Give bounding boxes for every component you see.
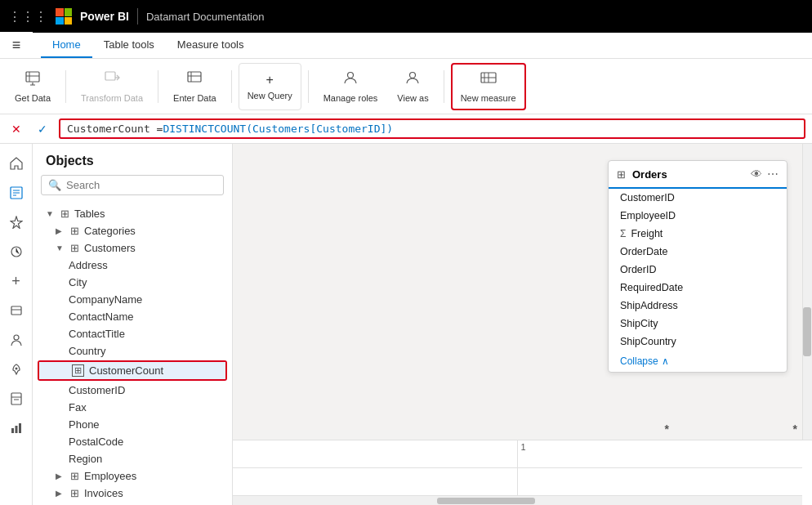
tree-field-postalcode[interactable]: PostalCode <box>33 433 232 450</box>
sidebar-people-icon[interactable] <box>3 327 29 353</box>
tree-customers[interactable]: ▼ ⊞ Customers <box>33 239 232 257</box>
orders-field-shipcountry[interactable]: ShipCountry <box>609 333 787 351</box>
sidebar-chart-icon[interactable] <box>3 415 29 441</box>
tree-tables-header[interactable]: ▼ ⊞ Tables <box>33 205 232 222</box>
get-data-button[interactable]: Get Data <box>7 63 59 110</box>
orders-field-customerid[interactable]: CustomerID <box>609 189 787 207</box>
formula-text-arg: (Customers[CustomerID]) <box>246 123 393 135</box>
new-measure-label: New measure <box>461 93 516 103</box>
view-as-button[interactable]: View as <box>389 63 436 110</box>
sidebar-layers-icon[interactable] <box>3 297 29 324</box>
tree-employees[interactable]: ▶ ⊞ Employees <box>33 467 232 485</box>
categories-expand-icon: ▶ <box>56 226 65 235</box>
app-name: Power BI <box>80 10 129 23</box>
transform-data-label: Transform Data <box>81 93 143 103</box>
orders-field-orderid[interactable]: OrderID <box>609 261 787 279</box>
requireddate-label: RequiredDate <box>620 282 683 293</box>
sidebar-home-icon[interactable] <box>3 150 29 177</box>
sidebar-clock-icon[interactable] <box>3 239 29 265</box>
formula-cancel-button[interactable]: ✕ <box>7 119 26 139</box>
field-address-label: Address <box>69 259 108 271</box>
shipaddress-label: ShipAddress <box>620 300 678 311</box>
customers-icon: ⊞ <box>70 242 79 254</box>
manage-roles-button[interactable]: Manage roles <box>315 63 386 110</box>
enter-data-icon <box>186 69 203 90</box>
orders-field-freight[interactable]: Σ Freight <box>609 225 787 243</box>
tree-field-address[interactable]: Address <box>33 257 232 274</box>
tree-invoices[interactable]: ▶ ⊞ Invoices <box>33 485 232 502</box>
employeeid-label: EmployeeID <box>620 210 676 221</box>
orders-field-shipcity[interactable]: ShipCity <box>609 315 787 333</box>
grid-cell-1 <box>233 440 518 468</box>
objects-panel: Objects 🔍 ▼ ⊞ Tables ▶ ⊞ Categories ▼ ⊞ <box>33 144 233 505</box>
invoices-icon: ⊞ <box>70 487 79 499</box>
tree-field-companyname[interactable]: CompanyName <box>33 291 232 308</box>
orders-field-shipaddress[interactable]: ShipAddress <box>609 297 787 315</box>
tree-field-customercount[interactable]: ⊞ CustomerCount <box>39 362 225 379</box>
orders-header: ⊞ Orders 👁 ⋯ <box>609 161 787 189</box>
star-marker-2: * <box>793 422 797 436</box>
tree-field-phone[interactable]: Phone <box>33 416 232 433</box>
hamburger-icon[interactable]: ≡ <box>12 37 21 54</box>
tree-field-region[interactable]: Region <box>33 450 232 467</box>
enter-data-button[interactable]: Enter Data <box>165 63 225 110</box>
sidebar-plus-icon[interactable]: + <box>3 268 29 294</box>
formula-confirm-button[interactable]: ✓ <box>33 119 52 139</box>
collapse-icon: ∧ <box>662 355 669 367</box>
tree-field-customerid[interactable]: CustomerID <box>33 382 232 399</box>
tree-field-country[interactable]: Country <box>33 342 232 360</box>
tree-field-contacttitle[interactable]: ContactTitle <box>33 325 232 342</box>
new-measure-icon <box>480 69 497 90</box>
orders-field-employeeid[interactable]: EmployeeID <box>609 207 787 225</box>
measure-icon: ⊞ <box>72 364 84 377</box>
tree-field-contactname[interactable]: ContactName <box>33 308 232 325</box>
orders-card: ⊞ Orders 👁 ⋯ CustomerID EmployeeID Σ Fre… <box>608 160 787 373</box>
field-contactname-label: ContactName <box>69 311 133 323</box>
scrollbar-track[interactable] <box>802 144 812 440</box>
tab-home[interactable]: Home <box>41 32 92 58</box>
tab-table-tools[interactable]: Table tools <box>92 32 166 58</box>
svg-rect-0 <box>26 72 39 82</box>
search-input[interactable] <box>66 179 216 191</box>
microsoft-logo <box>56 8 72 25</box>
manage-roles-label: Manage roles <box>323 93 378 103</box>
bottom-thumb[interactable] <box>437 498 535 504</box>
tree-field-fax[interactable]: Fax <box>33 399 232 416</box>
app-grid-icon[interactable]: ⋮⋮⋮ <box>8 9 47 25</box>
scrollbar-thumb[interactable] <box>803 307 811 356</box>
formula-input-box[interactable]: CustomerCount = DISTINCTCOUNT(Customers[… <box>59 118 805 139</box>
objects-tree: ▼ ⊞ Tables ▶ ⊞ Categories ▼ ⊞ Customers … <box>33 202 232 505</box>
svg-rect-5 <box>188 72 201 82</box>
sidebar-star-icon[interactable] <box>3 209 29 235</box>
formula-text-normal: CustomerCount = <box>67 123 163 135</box>
orders-collapse-button[interactable]: Collapse ∧ <box>609 351 787 372</box>
tree-field-city[interactable]: City <box>33 274 232 291</box>
new-query-button[interactable]: + New Query <box>239 63 301 110</box>
formula-text-func: DISTINCTCOUNT <box>163 123 246 135</box>
field-city-label: City <box>69 276 87 288</box>
new-measure-button[interactable]: New measure <box>451 63 526 110</box>
tables-label: Tables <box>74 208 105 220</box>
sidebar-report-icon[interactable] <box>3 180 29 206</box>
field-region-label: Region <box>69 453 102 465</box>
orders-preview-icon[interactable]: 👁 <box>751 168 762 181</box>
sidebar-bookmark-icon[interactable] <box>3 386 29 412</box>
tree-categories[interactable]: ▶ ⊞ Categories <box>33 222 232 239</box>
orders-actions: 👁 ⋯ <box>751 168 779 181</box>
orders-field-requireddate[interactable]: RequiredDate <box>609 279 787 297</box>
bottom-scrollbar[interactable] <box>233 495 802 505</box>
customers-label: Customers <box>84 242 136 254</box>
formula-bar: ✕ ✓ CustomerCount = DISTINCTCOUNT(Custom… <box>0 114 812 144</box>
orders-field-orderdate[interactable]: OrderDate <box>609 243 787 261</box>
tab-measure-tools[interactable]: Measure tools <box>166 32 256 58</box>
search-box[interactable]: 🔍 <box>41 175 224 195</box>
grid-cell-4 <box>518 468 803 496</box>
view-as-label: View as <box>397 93 428 103</box>
transform-data-icon <box>104 69 120 90</box>
svg-rect-23 <box>11 393 21 404</box>
sidebar-rocket-icon[interactable] <box>3 356 29 382</box>
field-contacttitle-label: ContactTitle <box>69 328 125 340</box>
orders-more-icon[interactable]: ⋯ <box>767 168 779 181</box>
freight-label: Freight <box>631 228 663 239</box>
orderdate-label: OrderDate <box>620 246 667 257</box>
